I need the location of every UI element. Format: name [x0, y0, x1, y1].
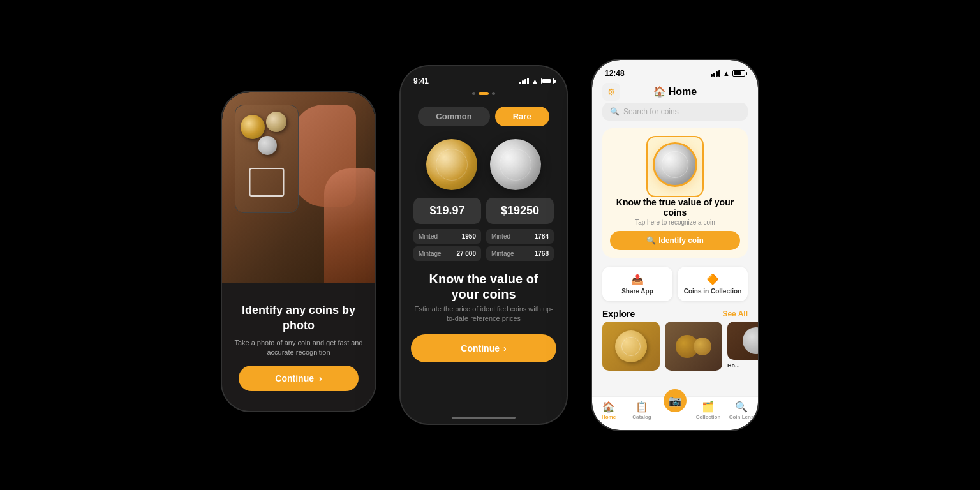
- coin-gold-compare: [426, 139, 477, 190]
- value-title: Know the value of your coins: [413, 271, 554, 302]
- catalog-tab-icon: 📋: [635, 401, 648, 413]
- arrow-icon-2: ›: [503, 343, 507, 353]
- wifi-icon-3: ▲: [723, 70, 730, 77]
- price-value-1: $19.97: [419, 204, 476, 218]
- coin-bronze-inner: [266, 112, 286, 132]
- coin-gold-inner: [241, 115, 265, 139]
- continue-button-2[interactable]: Continue ›: [411, 334, 557, 362]
- details-row-1: Minted 1950 Minted 1784: [413, 229, 554, 244]
- time-3: 12:48: [605, 69, 625, 78]
- explore-card-3[interactable]: Ho...: [727, 322, 758, 371]
- search-placeholder: Search for coins: [623, 107, 679, 116]
- onboarding-bottom: Identify any coins by photo Take a photo…: [222, 283, 375, 411]
- scan-frame: [249, 168, 285, 197]
- rare-toggle[interactable]: Rare: [495, 107, 549, 126]
- coins-collection-action[interactable]: 🔶 Coins in Collection: [678, 267, 748, 301]
- share-app-label: Share App: [621, 288, 653, 295]
- hero-title: Know the true value of your coins: [610, 197, 740, 218]
- value-subtitle: Estimate the price of identified coins w…: [413, 304, 554, 324]
- explore-card-2[interactable]: How to Start Your First Coin: [665, 322, 722, 371]
- details-grid: Minted 1950 Minted 1784 Mintage 27 000 M…: [401, 229, 567, 266]
- phone-value: 9:41 ▲ Common Rare: [401, 66, 567, 424]
- coins-comparison: [401, 134, 567, 193]
- signal-icon-3: [711, 70, 720, 77]
- coinlens-tab-label: Coin Lens: [729, 414, 754, 420]
- onboarding-title: Identify any coins by photo: [232, 303, 365, 333]
- settings-button[interactable]: ⚙: [602, 83, 620, 101]
- status-bar-3: 12:48 ▲: [592, 60, 758, 80]
- tab-collection[interactable]: 🗂️ Collection: [692, 401, 725, 420]
- p-dot-3: [492, 92, 495, 95]
- tab-camera[interactable]: 📷: [658, 398, 692, 420]
- battery-icon-3: [732, 70, 745, 77]
- phone-onboarding: 9:41 ▲: [222, 92, 375, 411]
- collection-tab-label: Collection: [696, 414, 721, 420]
- card-image-3: [727, 322, 758, 360]
- header-title: 🏠 Home: [653, 85, 697, 98]
- value-text-section: Know the value of your coins Estimate th…: [401, 266, 567, 329]
- tab-catalog[interactable]: 📋 Catalog: [625, 401, 658, 420]
- share-icon: 📤: [631, 273, 644, 285]
- page-dots-2: [401, 88, 567, 99]
- common-toggle[interactable]: Common: [418, 107, 489, 126]
- explore-title: Explore: [602, 309, 635, 319]
- tab-home[interactable]: 🏠 Home: [592, 401, 625, 420]
- home-tab-label: Home: [602, 414, 616, 420]
- collection-tab-icon: 🗂️: [702, 401, 715, 413]
- detail-mintage-2: Mintage 1768: [486, 246, 554, 261]
- arrow-icon-1: ›: [319, 373, 322, 383]
- coin-silver-inner: [258, 136, 277, 155]
- continue-button-1[interactable]: Continue ›: [239, 366, 358, 391]
- hero-card: Know the true value of your coins Tap he…: [602, 128, 748, 258]
- explore-cards: How to Identify Fake Coins: How to Start…: [592, 322, 758, 371]
- coinlens-tab-icon: 🔍: [735, 401, 748, 413]
- search-icon: 🔍: [610, 107, 620, 116]
- p-dot-active: [479, 92, 489, 95]
- app-header: ⚙ 🏠 Home: [592, 80, 758, 100]
- tab-bar: 🏠 Home 📋 Catalog 📷 🗂️ Collection 🔍 Coin …: [592, 396, 758, 430]
- hero-coin: [653, 142, 697, 187]
- battery-icon-2: [541, 78, 554, 84]
- share-app-action[interactable]: 📤 Share App: [602, 267, 672, 301]
- price-value-2: $19250: [491, 204, 549, 218]
- hero-subtitle: Tap here to recognize a coin: [635, 219, 715, 226]
- explore-card-1[interactable]: How to Identify Fake Coins:: [602, 322, 660, 371]
- wifi-icon-2: ▲: [531, 77, 538, 85]
- collection-icon: 🔶: [706, 273, 719, 285]
- status-bar-2: 9:41 ▲: [401, 66, 567, 88]
- catalog-tab-label: Catalog: [632, 414, 651, 420]
- details-row-2: Mintage 27 000 Mintage 1768: [413, 246, 554, 261]
- home-tab-icon: 🏠: [602, 401, 615, 413]
- card-image-2: [665, 322, 722, 371]
- quick-actions: 📤 Share App 🔶 Coins in Collection: [602, 267, 748, 301]
- detail-minted-2: Minted 1784: [486, 229, 554, 244]
- toggle-row: Common Rare: [401, 99, 567, 134]
- identify-icon: 🔍: [646, 236, 656, 245]
- phone-home: 12:48 ▲ ⚙ 🏠 Home: [592, 60, 758, 430]
- signal-icon-2: [519, 78, 529, 84]
- hand-silhouette: [324, 168, 375, 296]
- onboarding-subtitle: Take a photo of any coin and get fast an…: [232, 338, 365, 358]
- camera-tab-button[interactable]: 📷: [664, 389, 687, 412]
- see-all-button[interactable]: See All: [722, 309, 748, 318]
- price-box-1: $19.97: [413, 198, 481, 224]
- price-row: $19.97 $19250: [401, 193, 567, 229]
- gear-icon: ⚙: [607, 87, 616, 97]
- detail-mintage-1: Mintage 27 000: [413, 246, 481, 261]
- camera-background: [222, 92, 375, 296]
- home-header-icon: 🏠: [653, 85, 666, 98]
- detail-minted-1: Minted 1950: [413, 229, 481, 244]
- home-indicator-2: [452, 417, 516, 419]
- coins-collection-label: Coins in Collection: [684, 288, 742, 295]
- identify-button[interactable]: 🔍 Identify coin: [610, 231, 740, 250]
- hero-coin-wrapper: [646, 136, 704, 197]
- card-image-1: [602, 322, 660, 371]
- explore-header: Explore See All: [592, 305, 758, 322]
- search-bar[interactable]: 🔍 Search for coins: [602, 103, 748, 121]
- p-dot-1: [472, 92, 475, 95]
- card-title-3: Ho...: [727, 362, 758, 370]
- coin-silver-compare: [490, 139, 541, 190]
- inner-phone: [235, 105, 299, 213]
- tab-coinlens[interactable]: 🔍 Coin Lens: [725, 401, 758, 420]
- camera-tab-icon: 📷: [669, 395, 681, 407]
